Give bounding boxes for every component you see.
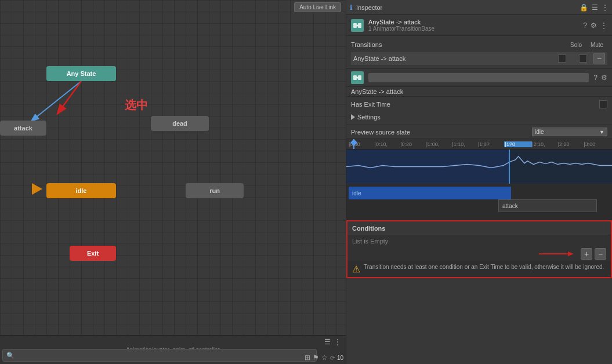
entry-arrow bbox=[32, 183, 42, 195]
auto-live-link-button[interactable]: Auto Live Link bbox=[294, 2, 341, 12]
star-icon[interactable]: ☆ bbox=[321, 354, 328, 362]
svg-line-0 bbox=[32, 81, 81, 121]
conditions-header: Conditions bbox=[347, 221, 611, 235]
svg-marker-14 bbox=[568, 252, 574, 256]
settings-triangle-icon bbox=[351, 114, 355, 120]
preview-value: idle bbox=[535, 129, 544, 135]
bar-idle: idle bbox=[349, 187, 511, 199]
has-exit-time-checkbox[interactable] bbox=[599, 100, 607, 108]
graph-toolbar: Auto Live Link bbox=[289, 0, 346, 14]
transition-field-bar bbox=[368, 73, 589, 82]
node-dead[interactable]: dead bbox=[151, 116, 209, 131]
preview-dropdown[interactable]: idle ▼ bbox=[532, 128, 607, 136]
transition-row-label: AnyState -> attack bbox=[353, 55, 552, 62]
info-icon: ℹ bbox=[350, 3, 353, 12]
conditions-remove-button[interactable]: − bbox=[595, 248, 606, 260]
warning-icon: ⚠ bbox=[352, 264, 360, 275]
layer-count: ⟳ bbox=[330, 355, 335, 361]
help-icon[interactable]: ? bbox=[583, 21, 587, 30]
selected-label: 选中 bbox=[125, 97, 148, 113]
inspector-more-icon[interactable]: ⋮ bbox=[602, 3, 609, 12]
bottom-grid-icon[interactable]: ☰ bbox=[324, 338, 331, 346]
bottom-more-icon[interactable]: ⋮ bbox=[334, 338, 341, 346]
transition-icon bbox=[351, 19, 364, 32]
layers-icon[interactable]: ⊞ bbox=[305, 354, 310, 362]
graph-panel: ☰ ⋮ Auto Live Link Any Stat bbox=[0, 0, 346, 364]
ruler-mark-4: |1:10, bbox=[452, 141, 478, 147]
ruler-mark-1: |0:10, bbox=[375, 141, 401, 147]
transition-header: AnyState -> attack 1 AnimatorTransitionB… bbox=[346, 15, 612, 36]
ruler-mark-9: |3:00 bbox=[584, 141, 610, 147]
conditions-actions: + − bbox=[347, 247, 611, 261]
node-attack[interactable]: attack bbox=[0, 121, 46, 136]
settings-section: Has Exit Time Settings bbox=[346, 97, 612, 125]
transition-type: 1 AnimatorTransitionBase bbox=[368, 26, 434, 32]
search-icon: 🔍 bbox=[6, 352, 15, 359]
ruler-mark-5: |1:8? bbox=[478, 141, 504, 147]
inspector-header: ℹ Inspector 🔒 ☰ ⋮ bbox=[346, 0, 612, 15]
timeline-section: |0:00 |0:10, |0:20 |1:00, |1:10, |1:8? |… bbox=[346, 139, 612, 220]
preview-row: Preview source state idle ▼ bbox=[346, 125, 612, 139]
node-exit[interactable]: Exit bbox=[70, 246, 116, 261]
transition-row-item[interactable]: AnyState -> attack − bbox=[351, 52, 607, 65]
inspector-header-icons: 🔒 ☰ ⋮ bbox=[580, 3, 609, 12]
preview-label: Preview source state bbox=[351, 129, 532, 136]
sub-header-icons: ? ⚙ bbox=[593, 74, 607, 82]
settings-row[interactable]: Settings bbox=[351, 111, 607, 123]
has-exit-time-label: Has Exit Time bbox=[351, 101, 599, 108]
list-empty-label: List is Empty bbox=[352, 236, 388, 246]
timeline-bars: idle attack bbox=[346, 184, 612, 213]
ruler-mark-3: |1:00, bbox=[426, 141, 452, 147]
more-icon-th[interactable]: ⋮ bbox=[600, 21, 607, 30]
arrows-overlay bbox=[0, 0, 346, 364]
svg-rect-6 bbox=[353, 75, 357, 80]
inspector-title: Inspector bbox=[356, 4, 576, 11]
node-run[interactable]: run bbox=[186, 183, 244, 198]
node-idle[interactable]: idle bbox=[46, 183, 116, 198]
count-label: 10 bbox=[337, 355, 343, 361]
node-any-state[interactable]: Any State bbox=[46, 66, 116, 81]
sub-settings-icon[interactable]: ⚙ bbox=[601, 74, 607, 82]
svg-rect-2 bbox=[353, 23, 357, 28]
solo-header: Solo bbox=[566, 42, 586, 48]
graph-bottom: ☰ ⋮ Animation/avatar_anim_ctl.controller… bbox=[0, 335, 346, 364]
sub-help-icon[interactable]: ? bbox=[593, 74, 597, 82]
conditions-body: List is Empty bbox=[347, 235, 611, 247]
ruler-mark-7: |2:10, bbox=[532, 141, 558, 147]
ruler-mark-6: |1?0 bbox=[504, 141, 533, 147]
graph-bottom-icons: ☰ ⋮ bbox=[324, 338, 341, 346]
transitions-section: Transitions Solo Mute AnyState -> attack… bbox=[346, 36, 612, 69]
inspector-panel: ℹ Inspector 🔒 ☰ ⋮ AnyState -> attack 1 A bbox=[346, 0, 612, 364]
inspector-menu-icon[interactable]: ☰ bbox=[592, 3, 598, 12]
sub-transition-name: AnyState -> attack bbox=[346, 87, 612, 97]
transition-name: AnyState -> attack bbox=[368, 19, 434, 26]
main-area: ☰ ⋮ Auto Live Link Any Stat bbox=[0, 0, 612, 364]
transition-info: AnyState -> attack 1 AnimatorTransitionB… bbox=[368, 19, 434, 32]
transition-remove-btn[interactable]: − bbox=[593, 53, 605, 64]
conditions-add-button[interactable]: + bbox=[581, 248, 592, 260]
warning-row: ⚠ Transition needs at least one conditio… bbox=[347, 261, 611, 277]
settings-label: Settings bbox=[357, 114, 607, 121]
timeline-play-head[interactable] bbox=[353, 139, 354, 149]
bottom-action-icons: ⊞ ⚑ ☆ ⟳ 10 bbox=[305, 354, 343, 362]
has-exit-time-row: Has Exit Time bbox=[351, 98, 607, 111]
timeline-graph-area bbox=[346, 150, 612, 184]
flag-icon[interactable]: ⚑ bbox=[313, 354, 319, 362]
conditions-section: Conditions List is Empty + − ⚠ Transitio… bbox=[346, 220, 612, 278]
sub-transition-icon bbox=[351, 71, 364, 84]
ruler-mark-2: |0:20 bbox=[400, 141, 426, 147]
search-input[interactable] bbox=[17, 352, 313, 359]
ruler-mark-8: |2:20 bbox=[558, 141, 584, 147]
mute-checkbox[interactable] bbox=[579, 54, 587, 63]
solo-checkbox[interactable] bbox=[558, 54, 566, 63]
search-bar[interactable]: 🔍 bbox=[2, 349, 317, 362]
svg-line-1 bbox=[58, 81, 81, 113]
bar-attack: attack bbox=[498, 199, 597, 212]
dropdown-arrow-icon: ▼ bbox=[599, 129, 604, 135]
settings-icon[interactable]: ⚙ bbox=[591, 21, 597, 30]
timeline-ruler: |0:00 |0:10, |0:20 |1:00, |1:10, |1:8? |… bbox=[346, 139, 612, 150]
transitions-label: Transitions bbox=[351, 41, 566, 48]
warning-text: Transition needs at least one condition … bbox=[364, 263, 604, 271]
lock-icon[interactable]: 🔒 bbox=[580, 3, 588, 12]
transition-header-right-icons: ? ⚙ ⋮ bbox=[583, 21, 607, 30]
